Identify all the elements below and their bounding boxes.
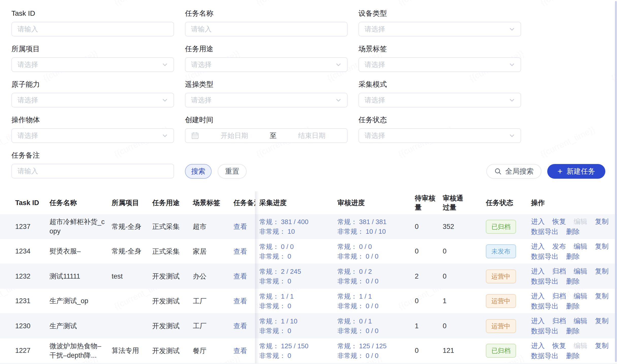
action-link[interactable]: 数据导出 bbox=[531, 326, 558, 336]
action-link[interactable]: 编辑 bbox=[574, 291, 587, 301]
regular-progress: 常规： 381 / 381 bbox=[337, 217, 410, 227]
action-link[interactable]: 进入 bbox=[531, 291, 545, 301]
remark-cell: 查看 bbox=[233, 272, 259, 281]
action-link[interactable]: 进入 bbox=[531, 316, 545, 326]
search-button[interactable]: 搜索 bbox=[185, 164, 212, 179]
action-link[interactable]: 归档 bbox=[552, 316, 566, 326]
view-remark-link[interactable]: 查看 bbox=[233, 297, 247, 305]
filter-grid: Task ID任务名称设备类型请选择所属项目请选择任务用途请选择场景标签请选择原… bbox=[11, 9, 521, 187]
action-link[interactable]: 数据导出 bbox=[531, 227, 558, 237]
action-link[interactable]: 删除 bbox=[566, 251, 580, 262]
action-link: 编辑 bbox=[574, 341, 587, 351]
action-link[interactable]: 编辑 bbox=[574, 316, 587, 326]
select-control[interactable]: 请选择 bbox=[358, 93, 521, 107]
select-control[interactable]: 请选择 bbox=[11, 93, 174, 107]
select-control[interactable]: 请选择 bbox=[358, 22, 521, 37]
review-progress-cell: 常规： 0 / 0非常规： 0 / 0 bbox=[337, 242, 415, 261]
view-remark-link[interactable]: 查看 bbox=[233, 347, 247, 355]
column-header-label: 审核通过量 bbox=[443, 194, 466, 212]
irregular-progress: 非常规： 0 bbox=[259, 251, 332, 261]
reset-button[interactable]: 重置 bbox=[218, 164, 247, 179]
view-remark-link[interactable]: 查看 bbox=[233, 322, 247, 330]
review-passed-cell: 352 bbox=[443, 223, 486, 231]
action-link[interactable]: 进入 bbox=[531, 241, 545, 251]
action-link[interactable]: 删除 bbox=[566, 227, 580, 237]
table-row: 1234熨烫衣服–常规-全身正式采集家居查看常规： 0 / 0非常规： 0常规：… bbox=[0, 239, 617, 264]
text-input[interactable] bbox=[12, 164, 174, 178]
pending-review-cell: 0 bbox=[415, 347, 443, 355]
action-link[interactable]: 进入 bbox=[531, 341, 545, 351]
irregular-progress: 非常规： 0 bbox=[259, 326, 332, 336]
action-link[interactable]: 数据导出 bbox=[531, 276, 558, 286]
filter-field-2: 设备类型请选择 bbox=[358, 9, 521, 45]
actions-cell: 进入恢复编辑复制数据导出删除 bbox=[531, 341, 617, 361]
action-link[interactable]: 删除 bbox=[566, 301, 580, 311]
actions-line-1: 进入归档编辑复制 bbox=[531, 266, 612, 276]
action-link[interactable]: 删除 bbox=[566, 326, 580, 336]
task-name-cell: 熨烫衣服– bbox=[49, 247, 112, 256]
task-id-cell: 1231 bbox=[15, 297, 49, 305]
column-header-2: 所属项目 bbox=[112, 198, 152, 208]
regular-progress: 常规： 1 / 10 bbox=[259, 316, 332, 326]
status-badge: 运营中 bbox=[486, 269, 516, 283]
column-header-6: 采集进度 bbox=[259, 198, 337, 207]
text-input[interactable] bbox=[185, 22, 347, 36]
action-link[interactable]: 编辑 bbox=[574, 266, 587, 276]
action-link[interactable]: 归档 bbox=[552, 266, 566, 276]
select-control[interactable]: 请选择 bbox=[185, 93, 348, 107]
vertical-scrollbar[interactable] bbox=[615, 1, 617, 362]
actions-line-2: 数据导出删除 bbox=[531, 251, 612, 262]
filter-field-12: 任务备注 bbox=[11, 151, 174, 187]
create-task-label: 新建任务 bbox=[567, 167, 595, 176]
purpose-cell: 开发测试 bbox=[152, 321, 193, 331]
action-link[interactable]: 复制 bbox=[595, 241, 609, 251]
column-header-label: 待审核量 bbox=[415, 194, 438, 212]
action-link[interactable]: 进入 bbox=[531, 216, 545, 227]
purpose-cell: 开发测试 bbox=[152, 297, 193, 306]
filter-field-5: 场景标签请选择 bbox=[358, 45, 521, 80]
filter-label: 任务备注 bbox=[11, 151, 174, 160]
view-remark-link[interactable]: 查看 bbox=[233, 248, 247, 255]
action-link[interactable]: 删除 bbox=[566, 276, 580, 286]
select-control[interactable]: 请选择 bbox=[358, 57, 521, 72]
action-link[interactable]: 复制 bbox=[595, 216, 609, 227]
action-link[interactable]: 数据导出 bbox=[531, 351, 558, 361]
chevron-down-icon bbox=[508, 97, 516, 104]
action-link[interactable]: 发布 bbox=[552, 241, 566, 251]
filter-label: 任务名称 bbox=[185, 9, 348, 18]
date-range-separator: 至 bbox=[270, 131, 277, 140]
select-control[interactable]: 请选择 bbox=[185, 57, 348, 72]
action-link[interactable]: 编辑 bbox=[574, 241, 587, 251]
actions-cell: 进入归档编辑复制数据导出删除 bbox=[531, 316, 617, 336]
select-control[interactable]: 请选择 bbox=[358, 128, 521, 143]
text-input[interactable] bbox=[12, 22, 174, 36]
collect-progress-cell: 常规： 1 / 10非常规： 0 bbox=[259, 316, 337, 336]
action-link[interactable]: 数据导出 bbox=[531, 301, 558, 311]
action-link[interactable]: 复制 bbox=[595, 341, 609, 351]
status-cell: 运营中 bbox=[486, 269, 531, 283]
status-cell: 已归档 bbox=[486, 344, 531, 358]
task-id-cell: 1232 bbox=[15, 272, 49, 280]
date-range-control[interactable]: 开始日期至结束日期 bbox=[185, 128, 348, 143]
select-control[interactable]: 请选择 bbox=[11, 57, 174, 72]
select-control[interactable]: 请选择 bbox=[11, 128, 174, 143]
action-link[interactable]: 复制 bbox=[595, 291, 609, 301]
view-remark-link[interactable]: 查看 bbox=[233, 223, 247, 230]
action-link[interactable]: 进入 bbox=[531, 266, 545, 276]
chevron-down-icon bbox=[508, 26, 516, 33]
action-link[interactable]: 恢复 bbox=[552, 341, 566, 351]
watermark-text: {{current_time}} bbox=[112, 0, 170, 7]
action-link[interactable]: 删除 bbox=[566, 351, 580, 361]
action-link[interactable]: 归档 bbox=[552, 291, 566, 301]
chevron-down-icon bbox=[335, 97, 342, 104]
action-link[interactable]: 复制 bbox=[595, 266, 609, 276]
global-search-button[interactable]: 全局搜索 bbox=[486, 164, 541, 179]
status-badge: 已归档 bbox=[486, 344, 516, 358]
action-link[interactable]: 复制 bbox=[595, 316, 609, 326]
action-link[interactable]: 数据导出 bbox=[531, 251, 558, 262]
create-task-button[interactable]: + 新建任务 bbox=[547, 164, 605, 179]
filter-label: 创建时间 bbox=[185, 116, 348, 124]
action-link[interactable]: 恢复 bbox=[552, 216, 566, 227]
view-remark-link[interactable]: 查看 bbox=[233, 272, 247, 280]
pending-review-cell: 0 bbox=[415, 247, 443, 255]
